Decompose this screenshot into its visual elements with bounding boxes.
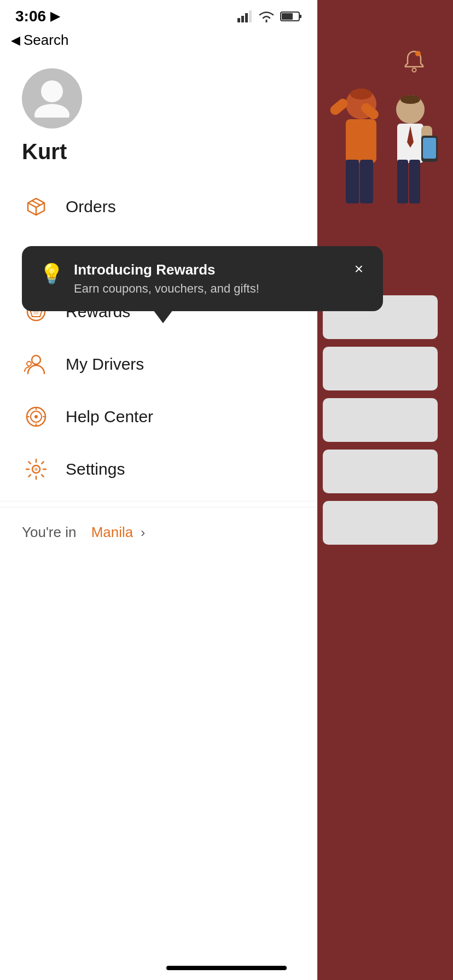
svg-point-34 — [34, 415, 38, 418]
driver-icon — [22, 350, 50, 378]
svg-point-25 — [41, 80, 63, 102]
svg-point-26 — [34, 104, 69, 118]
svg-rect-19 — [241, 16, 244, 22]
avatar — [22, 68, 82, 129]
svg-point-3 — [350, 89, 372, 100]
menu-list: Orders Wallet R — [0, 175, 317, 501]
background-illustration — [317, 71, 453, 257]
help-icon — [22, 402, 50, 431]
svg-rect-17 — [423, 138, 436, 159]
svg-rect-6 — [360, 160, 373, 203]
right-box-3 — [323, 398, 438, 442]
svg-point-30 — [32, 355, 40, 364]
avatar-icon — [30, 74, 74, 124]
back-label: Search — [24, 32, 68, 49]
tooltip-close-button[interactable]: × — [352, 261, 365, 277]
sidebar: 3:06 ▶ ◀ — [0, 0, 317, 980]
svg-point-10 — [400, 95, 420, 104]
location-arrow-icon: ▶ — [50, 9, 60, 24]
menu-item-help-center[interactable]: Help Center — [0, 390, 317, 443]
help-center-label: Help Center — [66, 407, 153, 426]
tooltip-content: Introducing Rewards Earn coupons, vouche… — [74, 261, 342, 296]
tooltip-description: Earn coupons, vouchers, and gifts! — [74, 282, 342, 296]
time-display: 3:06 — [15, 8, 46, 25]
right-box-2 — [323, 347, 438, 390]
right-box-4 — [323, 450, 438, 493]
signal-icon — [237, 10, 253, 22]
location-prefix: You're in — [22, 524, 76, 541]
divider — [0, 501, 317, 501]
svg-point-1 — [415, 51, 421, 56]
svg-point-31 — [27, 361, 31, 366]
status-time: 3:06 ▶ — [15, 8, 60, 25]
back-arrow-icon: ◀ — [11, 33, 20, 48]
svg-rect-20 — [245, 13, 248, 22]
wifi-icon — [258, 10, 275, 22]
my-drivers-label: My Drivers — [66, 355, 144, 374]
svg-rect-5 — [346, 160, 359, 203]
svg-point-36 — [34, 468, 38, 471]
box-icon — [22, 192, 50, 221]
tooltip-title: Introducing Rewards — [74, 261, 342, 278]
orders-label: Orders — [66, 197, 116, 216]
svg-rect-14 — [409, 160, 420, 203]
battery-icon — [280, 10, 302, 22]
location-city: Manila — [91, 524, 133, 541]
svg-rect-23 — [299, 15, 301, 18]
tooltip-bulb-icon: 💡 — [39, 262, 64, 285]
right-panel-boxes — [323, 295, 443, 545]
svg-rect-13 — [397, 160, 408, 203]
svg-rect-24 — [282, 13, 293, 20]
svg-rect-18 — [237, 18, 240, 22]
status-bar: 3:06 ▶ — [0, 0, 317, 30]
back-nav[interactable]: ◀ Search — [0, 30, 317, 57]
settings-label: Settings — [66, 460, 125, 479]
home-indicator — [166, 966, 287, 970]
right-box-5 — [323, 501, 438, 545]
svg-rect-21 — [249, 10, 252, 22]
menu-item-orders[interactable]: Orders — [0, 180, 317, 233]
menu-item-my-drivers[interactable]: My Drivers — [0, 338, 317, 390]
user-name: Kurt — [22, 139, 295, 164]
location-footer[interactable]: You're in Manila › — [0, 507, 317, 557]
settings-icon — [22, 455, 50, 483]
profile-section: Kurt — [0, 57, 317, 175]
svg-rect-4 — [346, 119, 376, 163]
menu-item-settings[interactable]: Settings — [0, 443, 317, 495]
location-chevron-icon: › — [141, 525, 145, 540]
status-icons — [237, 10, 302, 22]
tooltip-popup: 💡 Introducing Rewards Earn coupons, vouc… — [22, 246, 383, 311]
